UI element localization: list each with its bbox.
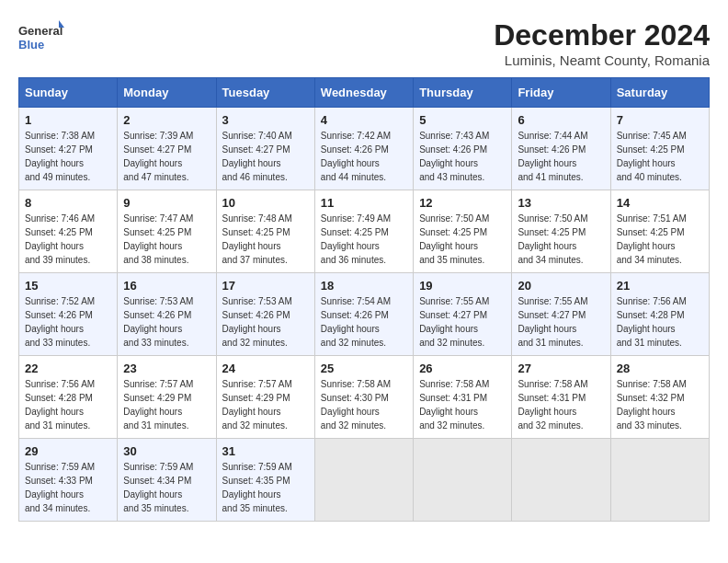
- calendar-cell: 16 Sunrise: 7:53 AM Sunset: 4:26 PM Dayl…: [118, 273, 216, 356]
- day-number: 28: [617, 362, 703, 375]
- day-number: 3: [222, 113, 309, 127]
- day-info: Sunrise: 7:55 AM Sunset: 4:27 PM Dayligh…: [419, 294, 506, 350]
- calendar-week-2: 8 Sunrise: 7:46 AM Sunset: 4:25 PM Dayli…: [19, 190, 710, 273]
- calendar-cell: 25 Sunrise: 7:58 AM Sunset: 4:30 PM Dayl…: [314, 356, 413, 439]
- day-number: 4: [321, 113, 407, 127]
- day-number: 11: [321, 196, 407, 210]
- calendar-cell: 12 Sunrise: 7:50 AM Sunset: 4:25 PM Dayl…: [414, 190, 512, 273]
- calendar-cell: [314, 439, 413, 522]
- calendar-cell: 3 Sunrise: 7:40 AM Sunset: 4:27 PM Dayli…: [216, 108, 314, 190]
- calendar-cell: 24 Sunrise: 7:57 AM Sunset: 4:29 PM Dayl…: [216, 356, 314, 439]
- day-number: 13: [518, 196, 604, 210]
- calendar-cell: 27 Sunrise: 7:58 AM Sunset: 4:31 PM Dayl…: [512, 356, 610, 439]
- day-info: Sunrise: 7:45 AM Sunset: 4:25 PM Dayligh…: [617, 129, 703, 184]
- day-number: 8: [25, 196, 111, 210]
- calendar-cell: 14 Sunrise: 7:51 AM Sunset: 4:25 PM Dayl…: [610, 190, 709, 273]
- day-info: Sunrise: 7:44 AM Sunset: 4:26 PM Dayligh…: [518, 129, 604, 184]
- day-info: Sunrise: 7:38 AM Sunset: 4:27 PM Dayligh…: [25, 129, 111, 184]
- calendar-cell: 1 Sunrise: 7:38 AM Sunset: 4:27 PM Dayli…: [19, 108, 118, 190]
- day-info: Sunrise: 7:55 AM Sunset: 4:27 PM Dayligh…: [518, 294, 604, 350]
- day-number: 2: [123, 113, 210, 127]
- day-info: Sunrise: 7:58 AM Sunset: 4:31 PM Dayligh…: [419, 377, 506, 432]
- weekday-saturday: Saturday: [610, 78, 709, 108]
- day-info: Sunrise: 7:59 AM Sunset: 4:34 PM Dayligh…: [123, 460, 210, 515]
- calendar-cell: 11 Sunrise: 7:49 AM Sunset: 4:25 PM Dayl…: [314, 190, 413, 273]
- svg-marker-2: [59, 20, 64, 28]
- day-info: Sunrise: 7:56 AM Sunset: 4:28 PM Dayligh…: [25, 377, 111, 432]
- weekday-header-row: SundayMondayTuesdayWednesdayThursdayFrid…: [19, 78, 710, 108]
- calendar-cell: [610, 439, 709, 522]
- calendar-cell: 28 Sunrise: 7:58 AM Sunset: 4:32 PM Dayl…: [610, 356, 709, 439]
- day-number: 19: [419, 279, 506, 293]
- day-number: 16: [123, 279, 210, 293]
- svg-text:Blue: Blue: [18, 38, 44, 52]
- day-info: Sunrise: 7:56 AM Sunset: 4:28 PM Dayligh…: [617, 294, 703, 350]
- day-info: Sunrise: 7:58 AM Sunset: 4:30 PM Dayligh…: [321, 377, 407, 432]
- calendar-cell: 4 Sunrise: 7:42 AM Sunset: 4:26 PM Dayli…: [314, 108, 413, 190]
- weekday-wednesday: Wednesday: [314, 78, 413, 108]
- day-info: Sunrise: 7:43 AM Sunset: 4:26 PM Dayligh…: [419, 129, 506, 184]
- calendar-week-4: 22 Sunrise: 7:56 AM Sunset: 4:28 PM Dayl…: [19, 356, 710, 439]
- weekday-sunday: Sunday: [19, 78, 118, 108]
- day-info: Sunrise: 7:40 AM Sunset: 4:27 PM Dayligh…: [222, 129, 309, 184]
- day-info: Sunrise: 7:52 AM Sunset: 4:26 PM Dayligh…: [25, 294, 111, 350]
- day-number: 6: [518, 113, 604, 127]
- day-info: Sunrise: 7:59 AM Sunset: 4:33 PM Dayligh…: [25, 460, 111, 515]
- day-number: 14: [617, 196, 703, 210]
- day-number: 1: [25, 113, 111, 127]
- day-info: Sunrise: 7:53 AM Sunset: 4:26 PM Dayligh…: [123, 294, 210, 350]
- calendar-cell: 5 Sunrise: 7:43 AM Sunset: 4:26 PM Dayli…: [414, 108, 512, 190]
- weekday-friday: Friday: [512, 78, 610, 108]
- day-number: 7: [617, 113, 703, 127]
- calendar-cell: 23 Sunrise: 7:57 AM Sunset: 4:29 PM Dayl…: [118, 356, 216, 439]
- day-number: 30: [123, 444, 210, 458]
- day-number: 21: [617, 279, 703, 293]
- calendar-cell: 10 Sunrise: 7:48 AM Sunset: 4:25 PM Dayl…: [216, 190, 314, 273]
- day-number: 25: [321, 362, 407, 375]
- svg-text:General: General: [18, 24, 63, 38]
- weekday-monday: Monday: [118, 78, 216, 108]
- calendar-cell: 26 Sunrise: 7:58 AM Sunset: 4:31 PM Dayl…: [414, 356, 512, 439]
- calendar-cell: 19 Sunrise: 7:55 AM Sunset: 4:27 PM Dayl…: [414, 273, 512, 356]
- calendar-cell: 17 Sunrise: 7:53 AM Sunset: 4:26 PM Dayl…: [216, 273, 314, 356]
- day-number: 18: [321, 279, 407, 293]
- calendar-cell: [512, 439, 610, 522]
- day-info: Sunrise: 7:59 AM Sunset: 4:35 PM Dayligh…: [222, 460, 309, 515]
- day-info: Sunrise: 7:58 AM Sunset: 4:32 PM Dayligh…: [617, 377, 703, 432]
- weekday-thursday: Thursday: [414, 78, 512, 108]
- day-number: 26: [419, 362, 506, 375]
- calendar-table: SundayMondayTuesdayWednesdayThursdayFrid…: [18, 77, 710, 522]
- logo-svg: General Blue: [18, 18, 64, 55]
- day-number: 31: [222, 444, 309, 458]
- day-number: 23: [123, 362, 210, 375]
- day-number: 17: [222, 279, 309, 293]
- calendar-cell: 29 Sunrise: 7:59 AM Sunset: 4:33 PM Dayl…: [19, 439, 118, 522]
- day-number: 12: [419, 196, 506, 210]
- day-number: 20: [518, 279, 604, 293]
- calendar-cell: 31 Sunrise: 7:59 AM Sunset: 4:35 PM Dayl…: [216, 439, 314, 522]
- day-info: Sunrise: 7:57 AM Sunset: 4:29 PM Dayligh…: [123, 377, 210, 432]
- day-info: Sunrise: 7:50 AM Sunset: 4:25 PM Dayligh…: [518, 212, 604, 267]
- day-info: Sunrise: 7:57 AM Sunset: 4:29 PM Dayligh…: [222, 377, 309, 432]
- calendar-cell: 30 Sunrise: 7:59 AM Sunset: 4:34 PM Dayl…: [118, 439, 216, 522]
- calendar-cell: 13 Sunrise: 7:50 AM Sunset: 4:25 PM Dayl…: [512, 190, 610, 273]
- main-title: December 2024: [494, 18, 710, 52]
- calendar-body: 1 Sunrise: 7:38 AM Sunset: 4:27 PM Dayli…: [19, 108, 710, 522]
- calendar-week-5: 29 Sunrise: 7:59 AM Sunset: 4:33 PM Dayl…: [19, 439, 710, 522]
- calendar-cell: 2 Sunrise: 7:39 AM Sunset: 4:27 PM Dayli…: [118, 108, 216, 190]
- day-info: Sunrise: 7:39 AM Sunset: 4:27 PM Dayligh…: [123, 129, 210, 184]
- calendar-cell: 21 Sunrise: 7:56 AM Sunset: 4:28 PM Dayl…: [610, 273, 709, 356]
- calendar-header: SundayMondayTuesdayWednesdayThursdayFrid…: [19, 78, 710, 108]
- header: General Blue December 2024 Luminis, Neam…: [18, 18, 710, 68]
- day-info: Sunrise: 7:58 AM Sunset: 4:31 PM Dayligh…: [518, 377, 604, 432]
- day-info: Sunrise: 7:54 AM Sunset: 4:26 PM Dayligh…: [321, 294, 407, 350]
- calendar-cell: 9 Sunrise: 7:47 AM Sunset: 4:25 PM Dayli…: [118, 190, 216, 273]
- day-number: 10: [222, 196, 309, 210]
- calendar-cell: 18 Sunrise: 7:54 AM Sunset: 4:26 PM Dayl…: [314, 273, 413, 356]
- day-info: Sunrise: 7:42 AM Sunset: 4:26 PM Dayligh…: [321, 129, 407, 184]
- day-number: 22: [25, 362, 111, 375]
- day-number: 15: [25, 279, 111, 293]
- calendar-cell: [414, 439, 512, 522]
- day-info: Sunrise: 7:49 AM Sunset: 4:25 PM Dayligh…: [321, 212, 407, 267]
- day-info: Sunrise: 7:51 AM Sunset: 4:25 PM Dayligh…: [617, 212, 703, 267]
